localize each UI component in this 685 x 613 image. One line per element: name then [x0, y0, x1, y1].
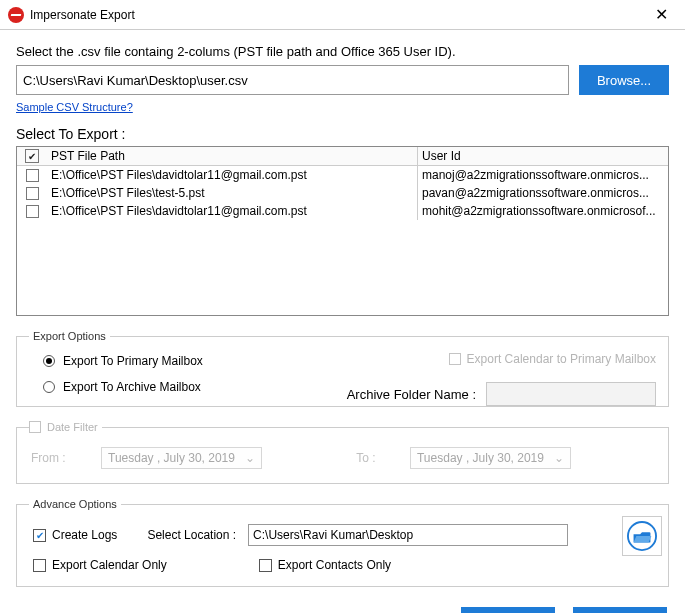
folder-open-icon — [627, 521, 657, 551]
next-button[interactable]: Next — [573, 607, 667, 613]
select-location-label: Select Location : — [147, 528, 236, 542]
advance-options-legend: Advance Options — [29, 498, 121, 510]
cell-user: manoj@a2zmigrationssoftware.onmicros... — [417, 166, 668, 184]
cell-path: E:\Office\PST Files\test-5.pst — [47, 184, 417, 202]
export-grid: PST File Path User Id E:\Office\PST File… — [16, 146, 669, 316]
checkbox-icon — [449, 353, 461, 365]
table-row[interactable]: E:\Office\PST Files\davidtolar11@gmail.c… — [17, 202, 668, 220]
cell-path: E:\Office\PST Files\davidtolar11@gmail.c… — [47, 166, 417, 184]
radio-icon — [43, 355, 55, 367]
row-checkbox[interactable] — [26, 187, 39, 200]
column-header-path[interactable]: PST File Path — [47, 147, 417, 165]
archive-folder-input — [486, 382, 656, 406]
row-checkbox[interactable] — [26, 169, 39, 182]
archive-folder-label: Archive Folder Name : — [347, 387, 476, 402]
export-options-legend: Export Options — [29, 330, 110, 342]
select-to-export-label: Select To Export : — [16, 126, 669, 142]
date-filter-checkbox[interactable] — [29, 421, 41, 433]
radio-label: Export To Archive Mailbox — [63, 380, 201, 394]
row-checkbox[interactable] — [26, 205, 39, 218]
create-logs-checkbox[interactable]: Create Logs — [33, 528, 117, 542]
titlebar: Impersonate Export ✕ — [0, 0, 685, 30]
column-header-user[interactable]: User Id — [417, 147, 668, 165]
select-all-checkbox[interactable] — [25, 149, 39, 163]
export-contacts-only-checkbox[interactable]: Export Contacts Only — [259, 558, 391, 572]
browse-location-button[interactable] — [622, 516, 662, 556]
footer: Cancel Next — [0, 595, 685, 613]
cell-path: E:\Office\PST Files\davidtolar11@gmail.c… — [47, 202, 417, 220]
to-date-value: Tuesday , July 30, 2019 — [417, 451, 544, 465]
checkbox-icon — [33, 529, 46, 542]
from-date-value: Tuesday , July 30, 2019 — [108, 451, 235, 465]
date-filter-legend: Date Filter — [47, 421, 98, 433]
table-row[interactable]: E:\Office\PST Files\test-5.pst pavan@a2z… — [17, 184, 668, 202]
app-icon — [8, 7, 24, 23]
instruction-text: Select the .csv file containg 2-colums (… — [16, 44, 669, 59]
table-row[interactable]: E:\Office\PST Files\davidtolar11@gmail.c… — [17, 166, 668, 184]
export-calendar-only-checkbox[interactable]: Export Calendar Only — [33, 558, 167, 572]
cell-user: mohit@a2zmigrationssoftware.onmicrosof..… — [417, 202, 668, 220]
from-date-picker: Tuesday , July 30, 2019 ⌄ — [101, 447, 262, 469]
close-icon[interactable]: ✕ — [641, 1, 681, 29]
radio-label: Export To Primary Mailbox — [63, 354, 203, 368]
checkbox-label: Export Contacts Only — [278, 558, 391, 572]
to-label: To : — [336, 451, 396, 465]
checkbox-icon — [259, 559, 272, 572]
checkbox-icon — [33, 559, 46, 572]
export-options-group: Export Options Export To Primary Mailbox… — [16, 330, 669, 407]
checkbox-label: Create Logs — [52, 528, 117, 542]
sample-csv-link[interactable]: Sample CSV Structure? — [16, 101, 133, 113]
cancel-button[interactable]: Cancel — [461, 607, 555, 613]
chevron-down-icon: ⌄ — [554, 451, 564, 465]
export-calendar-primary-checkbox: Export Calendar to Primary Mailbox — [449, 352, 656, 366]
grid-header: PST File Path User Id — [17, 147, 668, 166]
radio-icon — [43, 381, 55, 393]
from-label: From : — [31, 451, 87, 465]
browse-button[interactable]: Browse... — [579, 65, 669, 95]
advance-options-group: Advance Options Create Logs Select Locat… — [16, 498, 669, 587]
csv-path-input[interactable] — [16, 65, 569, 95]
window-title: Impersonate Export — [30, 8, 641, 22]
date-filter-group: Date Filter From : Tuesday , July 30, 20… — [16, 421, 669, 484]
cell-user: pavan@a2zmigrationssoftware.onmicros... — [417, 184, 668, 202]
location-input[interactable] — [248, 524, 568, 546]
to-date-picker: Tuesday , July 30, 2019 ⌄ — [410, 447, 571, 469]
checkbox-label: Export Calendar to Primary Mailbox — [467, 352, 656, 366]
chevron-down-icon: ⌄ — [245, 451, 255, 465]
checkbox-label: Export Calendar Only — [52, 558, 167, 572]
